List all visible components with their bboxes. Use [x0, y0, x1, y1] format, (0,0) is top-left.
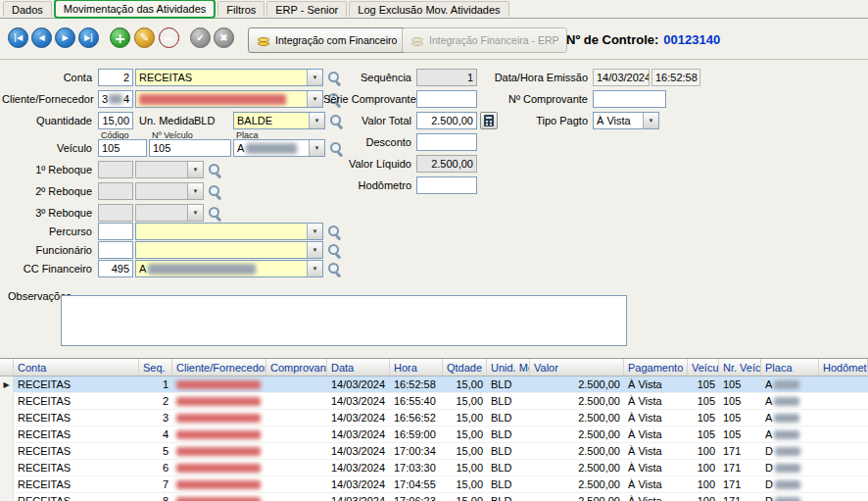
col-header-conta[interactable]: Conta: [14, 359, 139, 376]
redacted-text: [774, 414, 799, 423]
nav-last-button[interactable]: ▶|: [78, 27, 99, 48]
serie-comprovante-field[interactable]: [416, 90, 477, 108]
prev-record-icon: ◀: [38, 33, 44, 42]
cell-seq: 1: [139, 376, 172, 392]
col-header-veiculo[interactable]: Veículo: [688, 359, 719, 376]
search-icon[interactable]: [327, 243, 342, 258]
activity-movement-window: Dados Movimentação das Atividades Filtro…: [0, 0, 868, 501]
col-header-hodometro[interactable]: Hodômetro: [819, 359, 868, 376]
col-header-comprovante[interactable]: Comprovante: [266, 359, 327, 376]
cell-pagamento: À Vista: [624, 443, 688, 459]
reboque1-combo: ▼: [135, 161, 204, 178]
veiculo-codigo-field[interactable]: 105: [98, 139, 147, 157]
cancel-button[interactable]: ✖: [214, 27, 234, 48]
col-header-cliente[interactable]: Cliente/Fornecedor: [172, 359, 266, 376]
tab-movimentacao-atividades[interactable]: Movimentação das Atividades: [54, 0, 217, 19]
cell-valor: 2.500,00: [530, 376, 624, 392]
conta-code-field[interactable]: 2: [98, 69, 133, 86]
veiculo-placa-combo[interactable]: A ▼: [233, 139, 325, 157]
reboque2-label: 2º Reboque: [2, 185, 92, 197]
conta-combo[interactable]: RECEITAS ▼: [135, 69, 323, 86]
dropdown-arrow-icon[interactable]: ▼: [307, 261, 322, 276]
add-record-button[interactable]: +: [110, 27, 130, 48]
table-row[interactable]: ▶ RECEITAS 1 14/03/2024 16:52:58 15,00 B…: [0, 376, 868, 393]
col-header-qtdade[interactable]: Qtdade: [443, 359, 487, 376]
cell-comprovante: [266, 393, 327, 409]
dropdown-arrow-icon[interactable]: ▼: [307, 242, 322, 258]
dropdown-arrow-icon[interactable]: ▼: [307, 70, 322, 85]
integracao-financeiro-button[interactable]: Integração com Financeiro: [248, 27, 406, 53]
search-icon[interactable]: [208, 206, 222, 221]
cliente-code-suffix: 4: [123, 93, 129, 105]
col-header-nr-veiculo[interactable]: Nr. Veículo: [719, 359, 761, 376]
tab-log-exclusao[interactable]: Log Exclusão Mov. Atividades: [349, 1, 508, 17]
cell-comprovante: [266, 443, 327, 459]
redacted-text: [176, 380, 261, 389]
col-header-unid[interactable]: Unid. Med.: [487, 359, 530, 376]
cliente-code-field[interactable]: 3 4: [98, 90, 133, 108]
nav-next-button[interactable]: ▶: [55, 27, 75, 48]
delete-record-button[interactable]: −: [159, 27, 179, 48]
search-icon[interactable]: [208, 163, 222, 177]
edit-record-button[interactable]: ✎: [134, 27, 155, 48]
confirm-button[interactable]: ✔: [190, 27, 211, 48]
cell-pagamento: À Vista: [624, 393, 688, 409]
observacoes-textarea[interactable]: [61, 295, 627, 346]
cliente-combo[interactable]: ▼: [135, 90, 323, 108]
reboque2-combo: ▼: [135, 182, 204, 200]
nav-first-button[interactable]: |◀: [8, 27, 28, 48]
table-row[interactable]: ▶ RECEITAS 5 14/03/2024 17:00:34 15,00 B…: [0, 443, 868, 460]
cc-financeiro-code-field[interactable]: 495: [98, 260, 133, 277]
col-header-valor[interactable]: Valor: [530, 359, 624, 376]
cell-hora: 16:56:52: [390, 410, 443, 426]
tipo-pagto-combo[interactable]: À Vista ▼: [593, 112, 659, 129]
cell-placa: A: [761, 393, 819, 409]
tipo-pagto-label: Tipo Pagto: [485, 115, 588, 126]
un-medida-combo[interactable]: BALDE ▼: [233, 112, 325, 129]
dropdown-arrow-icon[interactable]: ▼: [309, 140, 324, 156]
tab-erp-senior[interactable]: ERP - Senior: [266, 1, 347, 17]
tab-bar: Dados Movimentação das Atividades Filtro…: [0, 0, 868, 19]
funcionario-combo[interactable]: ▼: [135, 241, 323, 259]
table-row[interactable]: ▶ RECEITAS 2 14/03/2024 16:55:40 15,00 B…: [0, 393, 868, 410]
col-header-hora[interactable]: Hora: [390, 359, 443, 376]
redacted-text: [774, 430, 799, 439]
table-row[interactable]: ▶ RECEITAS 3 14/03/2024 16:56:52 15,00 B…: [0, 410, 868, 426]
dropdown-arrow-icon[interactable]: ▼: [307, 91, 322, 107]
placa-prefix: D: [765, 478, 773, 490]
dropdown-arrow-icon[interactable]: ▼: [307, 224, 322, 239]
desconto-label: Desconto: [323, 136, 411, 148]
table-row[interactable]: ▶ RECEITAS 4 14/03/2024 16:59:00 15,00 B…: [0, 426, 868, 443]
desconto-field[interactable]: [416, 133, 477, 151]
table-row[interactable]: ▶ RECEITAS 6 14/03/2024 17:03:30 15,00 B…: [0, 460, 868, 476]
quantidade-field[interactable]: 15,00: [98, 112, 133, 129]
funcionario-code-field[interactable]: [98, 241, 133, 259]
veiculo-nr-field[interactable]: 105: [149, 139, 231, 157]
col-header-seq[interactable]: Seq.: [139, 359, 172, 376]
search-icon[interactable]: [208, 184, 222, 199]
col-header-placa[interactable]: Placa: [761, 359, 819, 376]
nr-comprovante-field[interactable]: [593, 90, 666, 108]
dropdown-arrow-icon[interactable]: ▼: [643, 113, 658, 128]
valor-total-field[interactable]: 2.500,00: [416, 112, 477, 129]
table-row[interactable]: ▶ RECEITAS 8 14/03/2024 17:06:23 15,00 B…: [0, 493, 868, 501]
search-icon[interactable]: [327, 225, 342, 239]
cell-comprovante: [266, 476, 327, 492]
percurso-combo[interactable]: ▼: [135, 223, 323, 240]
hodometro-field[interactable]: [416, 176, 477, 194]
toolbar: |◀ ◀ ▶ ▶| + ✎ − ✔ ✖ Integração com Finan…: [0, 20, 868, 60]
search-icon[interactable]: [327, 262, 342, 276]
movements-table: Conta Seq. Cliente/Fornecedor Comprovant…: [0, 358, 868, 501]
table-row[interactable]: ▶ RECEITAS 7 14/03/2024 17:04:55 15,00 B…: [0, 476, 868, 493]
tab-filtros[interactable]: Filtros: [217, 1, 265, 17]
cc-financeiro-combo[interactable]: A ▼: [135, 260, 323, 277]
hodometro-label: Hodômetro: [323, 179, 411, 191]
tab-dados[interactable]: Dados: [3, 1, 52, 17]
col-header-pagamento[interactable]: Pagamento: [624, 359, 688, 376]
first-record-icon: |◀: [14, 33, 23, 42]
percurso-code-field[interactable]: [98, 223, 133, 240]
reboque2-code-field: [98, 182, 133, 200]
col-header-data[interactable]: Data: [327, 359, 390, 376]
dropdown-arrow-icon[interactable]: ▼: [309, 113, 324, 128]
nav-prev-button[interactable]: ◀: [31, 27, 52, 48]
